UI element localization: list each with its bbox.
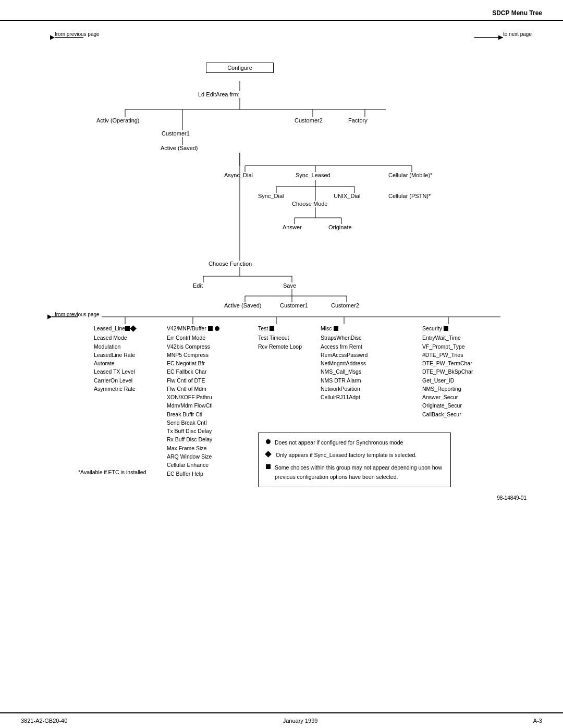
factory: Factory bbox=[348, 117, 368, 124]
test-column: Test Test Timeout Rcv Remote Loop bbox=[258, 324, 302, 351]
page-title: SDCP Menu Tree bbox=[492, 9, 542, 17]
nav-prev: from previous page bbox=[55, 31, 100, 37]
legend-circle-text: Does not appear if configured for Synchr… bbox=[275, 438, 403, 448]
footer-center: January 1999 bbox=[283, 718, 318, 724]
originate: Originate bbox=[328, 224, 352, 230]
doc-number: 98-14849-01 bbox=[497, 495, 527, 501]
leased-header: Leased_Line bbox=[94, 324, 125, 332]
asymmetric-rate: Asymmetric Rate bbox=[94, 385, 138, 393]
customer2: Customer2 bbox=[295, 117, 323, 124]
answer: Answer bbox=[283, 224, 302, 230]
modulation: Modulation bbox=[94, 342, 138, 351]
diagram: from previous page to next page Configur… bbox=[21, 26, 542, 521]
cellular-mobile: Cellular (Mobile)* bbox=[388, 172, 432, 178]
carrieron-level: CarrierOn Level bbox=[94, 376, 138, 385]
legend-diamond-text: Only appears if Sync_Leased factory temp… bbox=[276, 451, 417, 460]
security-column: Security EntryWait_Time VF_Prompt_Type #… bbox=[422, 324, 473, 418]
nav-prev-2: from previous page bbox=[55, 312, 100, 317]
square-icon-test bbox=[270, 326, 274, 331]
page-footer: 3821-A2-GB20-40 January 1999 A-3 bbox=[0, 712, 563, 728]
legend-circle-icon bbox=[266, 439, 271, 444]
diamond-icon-leased bbox=[130, 325, 137, 332]
ld-editarea: Ld EditArea frm: bbox=[198, 91, 239, 97]
footer-right: A-3 bbox=[533, 718, 542, 724]
autorate: Autorate bbox=[94, 359, 138, 367]
security-header: Security bbox=[422, 324, 442, 332]
choose-mode: Choose Mode bbox=[292, 201, 328, 207]
edit-node: Edit bbox=[193, 282, 203, 289]
sync-dial: Sync_Dial bbox=[258, 193, 284, 199]
page-header: SDCP Menu Tree bbox=[0, 0, 563, 21]
active-saved: Active (Saved) bbox=[161, 145, 198, 151]
square-icon-v42 bbox=[208, 326, 213, 331]
legend-square-icon bbox=[266, 464, 271, 469]
leased-tx-level: Leased TX Level bbox=[94, 367, 138, 376]
nav-next: to next page bbox=[503, 31, 532, 37]
active-saved-2: Active (Saved) bbox=[224, 302, 262, 309]
test-header: Test bbox=[258, 324, 268, 332]
misc-header: Misc bbox=[321, 324, 332, 332]
customer1: Customer1 bbox=[162, 130, 190, 137]
legend-diamond-icon bbox=[265, 451, 272, 458]
leased-column: Leased_Line Leased Mode Modulation Lease… bbox=[94, 324, 138, 393]
legend-box: Does not appear if configured for Synchr… bbox=[258, 433, 451, 487]
circle-icon-v42 bbox=[215, 326, 219, 331]
leasedline-rate: LeasedLine Rate bbox=[94, 351, 138, 359]
v42-header: V42/MNP/Buffer bbox=[167, 324, 206, 332]
misc-column: Misc StrapsWhenDisc Access frm Remt RemA… bbox=[321, 324, 368, 401]
v42-column: V42/MNP/Buffer Err Contrl Mode V42bis Co… bbox=[167, 324, 221, 478]
leased-mode: Leased Mode bbox=[94, 334, 138, 342]
square-icon-security bbox=[444, 326, 448, 331]
activ-operating: Activ (Operating) bbox=[96, 117, 140, 124]
save-node: Save bbox=[283, 282, 296, 289]
main-content: from previous page to next page Configur… bbox=[0, 21, 563, 526]
cellular-pstn: Cellular (PSTN)* bbox=[388, 193, 431, 199]
customer2-2: Customer2 bbox=[331, 302, 359, 309]
configure-box: Configure bbox=[206, 63, 274, 73]
async-dial: Async_Dial bbox=[224, 172, 253, 178]
unix-dial: UNIX_Dial bbox=[334, 193, 360, 199]
sync-leased: Sync_Leased bbox=[296, 172, 331, 178]
square-icon-misc bbox=[334, 326, 338, 331]
footnote: *Available if ETC is installed bbox=[78, 469, 146, 475]
customer1-2: Customer1 bbox=[280, 302, 308, 309]
footer-left: 3821-A2-GB20-40 bbox=[21, 718, 67, 724]
legend-square-text: Some choices within this group may not a… bbox=[275, 463, 443, 482]
choose-function: Choose Function bbox=[209, 261, 252, 267]
